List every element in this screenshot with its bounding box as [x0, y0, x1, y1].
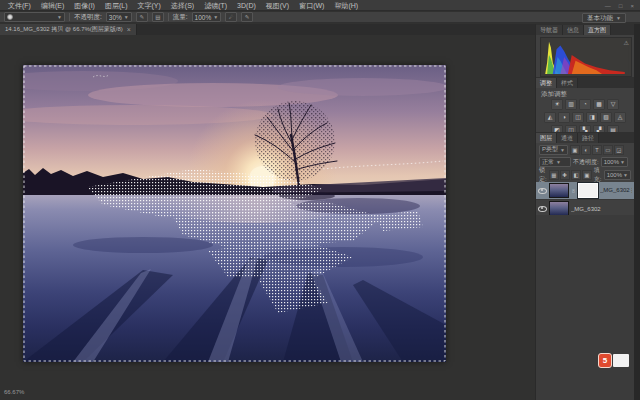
workspace-switcher[interactable]: 基本功能 ▼ — [582, 13, 626, 23]
layer-thumbnail[interactable] — [549, 201, 569, 216]
pressure-size-toggle[interactable]: ✎ — [241, 12, 253, 22]
layer-filter-icon[interactable]: ▣ — [570, 145, 580, 155]
adjustments-panel-tab[interactable]: 样式 — [557, 78, 578, 88]
layer-name[interactable]: _MG_6302 拷贝 — [600, 186, 632, 195]
layer-filter-icon[interactable]: ◲ — [614, 145, 624, 155]
adjustment-icon[interactable]: ▥ — [565, 99, 577, 110]
filter-icons: ▣◐T▭◲ — [570, 145, 624, 155]
document-title: 14.16_MG_6302 拷贝 @ 66.7%(图层蒙版/8) — [5, 25, 123, 34]
layers-tabs: 图层通道路径 — [536, 132, 634, 143]
airbrush-toggle[interactable]: ☄ — [225, 12, 237, 22]
lock-row: 锁定: ▦✚◧▣ 填充: 100% ▼ — [536, 169, 634, 181]
layer-filter-kind-dropdown[interactable]: P类型 ▼ — [539, 145, 568, 155]
document-tab-bar: 14.16_MG_6302 拷贝 @ 66.7%(图层蒙版/8) × — [0, 24, 535, 35]
layers-panel-tab[interactable]: 通道 — [557, 133, 578, 143]
menu-item[interactable]: 文字(Y) — [132, 0, 165, 11]
menubar: 文件(F)编辑(E)图像(I)图层(L)文字(Y)选择(S)滤镜(T)3D(D)… — [0, 0, 640, 11]
brush-tip-icon — [7, 14, 13, 20]
rgb-histogram — [541, 38, 629, 74]
histogram-panel-tab[interactable]: 直方图 — [584, 25, 611, 35]
opacity-label: 不透明度: — [74, 13, 102, 22]
adjustments-panel-tab[interactable]: 调整 — [536, 78, 557, 88]
layer-row-0[interactable]: 8 _MG_6302 拷贝 — [536, 182, 634, 200]
window-control[interactable]: × — [626, 3, 638, 9]
chevron-down-icon: ▼ — [616, 15, 621, 21]
panel-dock: 导航器信息直方图 ⚠ 调整样式 添加调整 ☀▥◔▩▽◭◑◫◨▧◬◩◫▚▞▤ 图层… — [535, 24, 634, 400]
adjustment-icon[interactable]: ▧ — [600, 112, 612, 123]
adjustment-icon[interactable]: ◭ — [544, 112, 556, 123]
layer-opacity-field[interactable]: 100% ▼ — [601, 157, 628, 167]
zoom-level-indicator[interactable]: 66.67% — [4, 389, 24, 395]
menu-item[interactable]: 图层(L) — [100, 0, 133, 11]
histogram-panel-tab[interactable]: 导航器 — [536, 25, 563, 35]
adjustment-icon[interactable]: ▩ — [593, 99, 605, 110]
histogram-panel-tab[interactable]: 信息 — [563, 25, 584, 35]
flow-field[interactable]: 100% ▼ — [192, 12, 222, 22]
histogram-tabs: 导航器信息直方图 — [536, 24, 634, 35]
menu-item[interactable]: 窗口(W) — [294, 0, 329, 11]
chevron-down-icon: ▼ — [213, 14, 218, 20]
histogram-panel: ⚠ — [540, 37, 632, 77]
fill-field[interactable]: 100% ▼ — [604, 170, 631, 180]
tool-options-bar: ▼ 不透明度: 30% ▼ ✎ ▤ 流量: 100% ▼ ☄ ✎ 基本功能 ▼ — [0, 12, 640, 23]
layer-name[interactable]: _MG_6302 — [571, 206, 601, 212]
adjustments-tabs: 调整样式 — [536, 77, 634, 88]
watermark-chip — [613, 354, 629, 367]
menu-item[interactable]: 编辑(E) — [36, 0, 69, 11]
layer-thumbnail[interactable] — [549, 183, 569, 198]
winter-sunset-photo — [23, 65, 446, 362]
adjustment-icon[interactable]: ☀ — [551, 99, 563, 110]
lock-icon[interactable]: ◧ — [571, 170, 581, 180]
adjustment-icon[interactable]: ◫ — [572, 112, 584, 123]
layers-panel-tab[interactable]: 图层 — [536, 133, 557, 143]
chevron-down-icon: ▼ — [623, 172, 628, 178]
layer-filter-icon[interactable]: ◐ — [581, 145, 591, 155]
layer-mask-thumbnail[interactable] — [578, 183, 598, 198]
lock-icons: ▦✚◧▣ — [549, 170, 592, 180]
chevron-down-icon: ▼ — [556, 159, 561, 165]
menu-item[interactable]: 3D(D) — [232, 0, 261, 11]
opacity-field[interactable]: 30% ▼ — [106, 12, 132, 22]
canvas-pasteboard[interactable] — [0, 35, 535, 400]
menu-item[interactable]: 选择(S) — [166, 0, 199, 11]
chevron-down-icon: ▼ — [124, 14, 129, 20]
uncached-refresh-icon[interactable]: ⚠ — [624, 39, 629, 46]
pressure-opacity-toggle[interactable]: ✎ — [136, 12, 148, 22]
watermark-badge: 5 — [598, 353, 612, 368]
flow-label: 流量: — [173, 13, 188, 22]
adjustments-header: 添加调整 — [541, 90, 567, 99]
adjustment-icon[interactable]: ◑ — [558, 112, 570, 123]
adjustments-grid: ☀▥◔▩▽◭◑◫◨▧◬◩◫▚▞▤ — [536, 99, 634, 136]
lock-icon[interactable]: ▦ — [549, 170, 559, 180]
window-control[interactable]: — — [601, 3, 615, 9]
adjustment-icon[interactable]: ◨ — [586, 112, 598, 123]
menu-item[interactable]: 图像(I) — [69, 0, 100, 11]
layer-filter-icon[interactable]: ▭ — [603, 145, 613, 155]
brush-panel-toggle[interactable]: ▤ — [152, 12, 164, 22]
brush-preset-picker[interactable]: ▼ — [4, 12, 65, 22]
layers-panel-tab[interactable]: 路径 — [578, 133, 599, 143]
document-tab[interactable]: 14.16_MG_6302 拷贝 @ 66.7%(图层蒙版/8) × — [0, 24, 137, 35]
adjustment-icon[interactable]: ▽ — [607, 99, 619, 110]
image-canvas[interactable] — [23, 65, 446, 362]
adjustment-icon[interactable]: ◬ — [614, 112, 626, 123]
dock-edge-strip — [634, 24, 640, 400]
mask-link-icon: 8 — [571, 188, 576, 194]
lock-icon[interactable]: ✚ — [560, 170, 570, 180]
window-controls: —□× — [601, 0, 638, 11]
layer-filter-row: P类型 ▼ ▣◐T▭◲ — [536, 144, 634, 155]
close-icon[interactable]: × — [127, 26, 131, 33]
layer-filter-icon[interactable]: T — [592, 145, 602, 155]
window-control[interactable]: □ — [615, 3, 627, 9]
menu-item[interactable]: 文件(F) — [3, 0, 36, 11]
visibility-eye-icon[interactable] — [538, 188, 547, 194]
menu-item[interactable]: 视图(V) — [261, 0, 294, 11]
adjustment-icon[interactable]: ◔ — [579, 99, 591, 110]
visibility-eye-icon[interactable] — [538, 206, 547, 212]
layers-panel-empty-area — [536, 215, 634, 400]
photoshop-window: 文件(F)编辑(E)图像(I)图层(L)文字(Y)选择(S)滤镜(T)3D(D)… — [0, 0, 640, 400]
menu-item[interactable]: 滤镜(T) — [199, 0, 232, 11]
video-watermark: 5 — [598, 353, 629, 368]
menu-item[interactable]: 帮助(H) — [329, 0, 363, 11]
lock-icon[interactable]: ▣ — [582, 170, 592, 180]
